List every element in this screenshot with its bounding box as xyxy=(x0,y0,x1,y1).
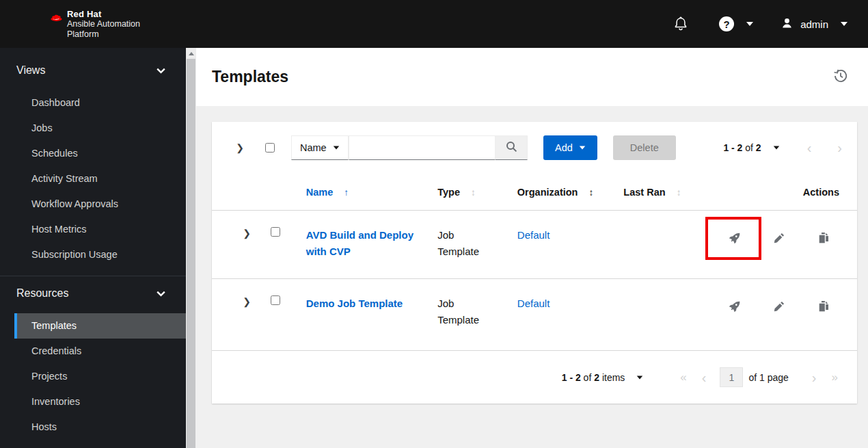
nav-section-resources-header[interactable]: Resources xyxy=(0,280,186,306)
chevron-down-icon xyxy=(157,287,165,300)
column-header-type[interactable]: Type ↕ xyxy=(423,174,503,211)
search-submit-button[interactable] xyxy=(495,135,528,160)
sidebar-item-templates[interactable]: Templates xyxy=(14,313,186,339)
delete-button[interactable]: Delete xyxy=(613,135,676,160)
sort-icon: ↕ xyxy=(471,187,476,198)
sidebar-item-workflow-approvals[interactable]: Workflow Approvals xyxy=(0,192,186,217)
sort-ascending-icon: ↑ xyxy=(344,187,349,198)
pagination-range: 1 - 2 xyxy=(562,372,581,383)
question-circle-icon: ? xyxy=(719,16,734,31)
copy-template-button[interactable] xyxy=(817,302,829,313)
rocket-icon xyxy=(729,301,740,315)
copy-template-button[interactable] xyxy=(817,233,829,245)
main-content: Templates ❯ Name xyxy=(196,48,868,448)
pagination-range: 1 - 2 xyxy=(723,142,742,153)
template-name-link[interactable]: AVD Build and Deploy with CVP xyxy=(306,227,418,260)
chevron-right-icon: ❯ xyxy=(236,142,244,153)
expand-all-button[interactable]: ❯ xyxy=(232,142,247,153)
sidebar-item-schedules[interactable]: Schedules xyxy=(0,141,186,166)
caret-down-icon xyxy=(746,22,753,26)
organization-link[interactable]: Default xyxy=(517,298,550,309)
edit-template-button[interactable] xyxy=(773,233,785,245)
activity-history-button[interactable] xyxy=(833,68,848,85)
table-row: ❯ AVD Build and Deploy with CVP Job Temp… xyxy=(212,211,857,279)
sort-icon: ↕ xyxy=(589,187,594,198)
next-page-button[interactable]: › xyxy=(833,140,846,156)
per-page-menu-button[interactable] xyxy=(634,373,646,382)
per-page-menu-button[interactable] xyxy=(770,143,783,153)
bottom-pagination: 1 - 2 of 2 items « ‹ of 1 page › » xyxy=(212,351,857,404)
row-expand-button[interactable]: ❯ xyxy=(239,296,254,307)
column-header-name[interactable]: Name ↑ xyxy=(292,174,423,211)
history-icon xyxy=(833,68,848,85)
chevron-right-icon: ❯ xyxy=(243,296,251,307)
list-toolbar: ❯ Name Add Delete 1 - 2 of 2 xyxy=(212,122,857,174)
brand-logo: Red Hat Ansible Automation Platform xyxy=(49,9,140,40)
nav-section-resources: Resources Templates Credentials Projects… xyxy=(0,276,186,440)
template-name-link[interactable]: Demo Job Template xyxy=(306,295,403,312)
first-page-button[interactable]: « xyxy=(676,370,690,384)
table-row: ❯ Demo Job Template Job Template Default xyxy=(212,279,857,351)
sidebar-item-dashboard[interactable]: Dashboard xyxy=(0,90,186,116)
toolbar-pagination: 1 - 2 of 2 ‹ › xyxy=(723,140,846,156)
chevron-right-icon: ❯ xyxy=(243,228,251,239)
sidebar-item-subscription-usage[interactable]: Subscription Usage xyxy=(0,242,186,267)
sort-icon: ↕ xyxy=(677,187,681,198)
sidebar-item-inventories[interactable]: Inventories xyxy=(0,389,186,414)
current-page-input[interactable] xyxy=(720,367,743,387)
pagination-total: 2 xyxy=(756,142,761,153)
page-count-label: of 1 page xyxy=(748,372,788,383)
template-type: Job Template xyxy=(437,227,487,260)
rocket-icon xyxy=(729,233,740,246)
row-expand-button[interactable]: ❯ xyxy=(239,228,254,239)
copy-icon xyxy=(818,301,829,314)
column-header-actions: Actions xyxy=(711,174,857,211)
sidebar-item-jobs[interactable]: Jobs xyxy=(0,116,186,141)
column-header-organization[interactable]: Organization ↕ xyxy=(503,174,610,211)
select-all-checkbox[interactable] xyxy=(265,143,275,153)
sidebar-item-host-metrics[interactable]: Host Metrics xyxy=(0,217,186,242)
prev-page-button[interactable]: ‹ xyxy=(803,140,816,156)
nav-toggle-button[interactable] xyxy=(14,23,33,25)
caret-down-icon xyxy=(841,22,847,26)
sidebar-item-credentials[interactable]: Credentials xyxy=(0,339,186,364)
filter-key-select[interactable]: Name xyxy=(291,135,349,160)
sidebar-scrollbar xyxy=(186,48,196,448)
row-select-checkbox[interactable] xyxy=(271,227,280,237)
pencil-icon xyxy=(774,301,785,314)
caret-down-icon xyxy=(773,146,779,149)
templates-table: Name ↑ Type ↕ Organization ↕ Last Ran ↕ xyxy=(212,174,857,351)
scrollbar-up-arrow[interactable] xyxy=(186,48,196,59)
launch-template-button[interactable] xyxy=(729,302,740,313)
brand-line2: Ansible Automation xyxy=(67,19,140,29)
last-page-button[interactable]: » xyxy=(828,370,842,384)
scrollbar-thumb[interactable] xyxy=(187,59,195,448)
user-name-label: admin xyxy=(800,18,828,30)
notifications-button[interactable] xyxy=(674,16,688,33)
sidebar-item-hosts[interactable]: Hosts xyxy=(0,414,186,440)
template-type: Job Template xyxy=(437,295,487,328)
chevron-down-icon xyxy=(157,64,165,77)
nav-section-views-header[interactable]: Views xyxy=(0,57,186,83)
launch-template-button[interactable] xyxy=(729,233,740,245)
column-header-last-ran[interactable]: Last Ran ↕ xyxy=(609,174,711,211)
templates-list-card: ❯ Name Add Delete 1 - 2 of 2 xyxy=(212,122,857,404)
pagination-total: 2 xyxy=(594,372,599,383)
sidebar-item-projects[interactable]: Projects xyxy=(0,364,186,389)
row-select-checkbox[interactable] xyxy=(271,295,280,305)
prev-page-button[interactable]: ‹ xyxy=(698,369,711,386)
brand-line1: Red Hat xyxy=(67,9,140,19)
add-button[interactable]: Add xyxy=(543,135,597,160)
user-menu-button[interactable]: admin xyxy=(781,16,847,31)
sidebar-item-activity-stream[interactable]: Activity Stream xyxy=(0,166,186,192)
help-menu-button[interactable]: ? xyxy=(719,16,753,31)
page-title: Templates xyxy=(212,68,288,86)
search-input[interactable] xyxy=(349,135,495,160)
sidebar-nav: Views Dashboard Jobs Schedules Activity … xyxy=(0,48,186,448)
brand-line3: Platform xyxy=(67,29,140,40)
search-icon xyxy=(506,141,517,155)
edit-template-button[interactable] xyxy=(773,302,785,313)
nav-section-views: Views Dashboard Jobs Schedules Activity … xyxy=(0,48,186,267)
organization-link[interactable]: Default xyxy=(517,229,550,241)
next-page-button[interactable]: › xyxy=(808,369,821,386)
